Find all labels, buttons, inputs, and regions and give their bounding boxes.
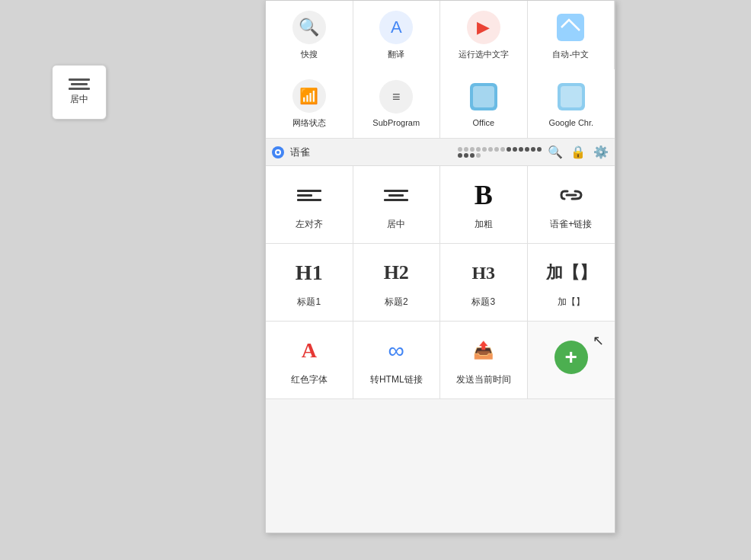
lock-toolbar-icon[interactable]: 🔒	[570, 145, 586, 159]
dot	[513, 147, 517, 152]
grid-item-translate[interactable]: A 翻译	[353, 1, 441, 69]
dot	[470, 153, 475, 158]
quick-search-label: 快搜	[301, 49, 318, 60]
dot	[470, 147, 475, 152]
cmd-bold[interactable]: B 加粗	[440, 166, 528, 244]
grid-item-quick-search[interactable]: 🔍 快搜	[266, 1, 353, 69]
svg-rect-0	[557, 14, 584, 41]
widget-icon	[69, 78, 90, 90]
dot	[464, 153, 468, 158]
office-icon	[467, 80, 500, 114]
desktop: 居中 🔍 快搜 A 翻译 ▶ 运行选中文字	[0, 0, 751, 560]
send-time-label: 发送当前时间	[456, 373, 511, 386]
widget-line-1	[69, 78, 90, 81]
dot	[488, 147, 493, 152]
grid-item-sub-program[interactable]: ≡ SubProgram	[353, 69, 441, 138]
h2-icon: H2	[384, 256, 409, 290]
browser-dots	[458, 147, 542, 158]
cmd-h1[interactable]: H1 标题1	[266, 244, 353, 322]
sub-program-icon: ≡	[379, 80, 413, 114]
cmd-align-center[interactable]: 居中	[353, 166, 441, 244]
widget-label: 居中	[70, 93, 88, 106]
dot	[494, 147, 499, 152]
svg-rect-2	[473, 86, 494, 107]
dot	[464, 147, 468, 152]
send-time-icon: 📤	[473, 334, 494, 367]
settings-toolbar-icon[interactable]: ⚙️	[593, 145, 609, 159]
brackets-icon: 加【】	[546, 256, 596, 290]
h1-icon: H1	[296, 256, 323, 290]
align-center-label: 居中	[387, 218, 405, 231]
run-chinese-label: 运行选中文字	[459, 49, 509, 60]
translate-label: 翻译	[388, 49, 404, 60]
html-link-label: 转HTML链接	[370, 373, 423, 386]
brackets-label: 加【】	[558, 296, 585, 309]
cmd-html-link[interactable]: ∞ 转HTML链接	[353, 322, 441, 399]
red-font-label: 红色字体	[291, 373, 328, 386]
grid-item-network-status[interactable]: 📶 网络状态	[266, 69, 353, 138]
bold-label: 加粗	[475, 218, 493, 231]
grid-item-run-chinese[interactable]: ▶ 运行选中文字	[440, 1, 528, 69]
cmd-add-brackets[interactable]: 加【】 加【】	[528, 244, 615, 322]
cmd-send-time[interactable]: 📤 发送当前时间	[440, 322, 528, 399]
dot	[537, 147, 542, 152]
h3-icon: H3	[471, 256, 495, 290]
run-icon: ▶	[467, 11, 500, 44]
main-panel: 🔍 快搜 A 翻译 ▶ 运行选中文字	[265, 0, 615, 533]
chrome-icon	[554, 80, 588, 114]
grid-item-office[interactable]: Office	[440, 69, 528, 138]
align-left-icon	[297, 178, 321, 212]
h2-label: 标题2	[385, 296, 408, 309]
floating-widget[interactable]: 居中	[52, 65, 107, 120]
link-icon	[557, 178, 586, 212]
dot	[519, 147, 523, 152]
search-toolbar-icon[interactable]: 🔍	[548, 145, 563, 159]
network-status-label: 网络状态	[292, 117, 326, 129]
align-center-icon	[384, 178, 408, 212]
grid-item-google-chrome[interactable]: Google Chr.	[528, 69, 615, 138]
office-label: Office	[472, 118, 494, 127]
sub-program-label: SubProgram	[372, 118, 420, 127]
network-icon: 📶	[292, 79, 326, 113]
cmd-align-left[interactable]: 左对齐	[266, 166, 353, 244]
search-icon: 🔍	[292, 11, 326, 44]
cmd-red-font[interactable]: A 红色字体	[266, 322, 353, 399]
toolbar-icons: 🔍 🔒 ⚙️	[548, 145, 609, 159]
align-left-label: 左对齐	[296, 218, 323, 231]
bottom-area	[266, 399, 615, 533]
widget-line-3	[69, 88, 90, 90]
red-font-icon: A	[302, 334, 317, 367]
browser-favicon	[272, 146, 284, 158]
dot	[482, 147, 487, 152]
top-grid: 🔍 快搜 A 翻译 ▶ 运行选中文字	[266, 1, 615, 139]
dot	[458, 147, 462, 152]
cmd-add-new[interactable]: ↖ +	[528, 322, 615, 399]
dot	[500, 147, 505, 152]
h3-label: 标题3	[471, 296, 495, 309]
chrome-label: Google Chr.	[548, 118, 593, 127]
translate-icon: A	[379, 11, 413, 44]
cmd-h3[interactable]: H3 标题3	[440, 244, 528, 322]
add-new-button[interactable]: +	[554, 341, 588, 374]
browser-toolbar: 语雀	[266, 139, 615, 166]
commands-grid: 左对齐 居中 B 加粗	[266, 166, 615, 399]
auto-chinese-icon	[554, 11, 587, 44]
dot	[507, 147, 511, 152]
browser-title: 语雀	[290, 146, 452, 159]
cmd-yuque-link[interactable]: 语雀+链接	[528, 166, 615, 244]
dot	[476, 147, 481, 152]
dot	[476, 153, 481, 158]
svg-rect-4	[561, 86, 582, 107]
dot	[458, 153, 462, 158]
widget-line-2	[71, 83, 88, 85]
h1-label: 标题1	[297, 296, 321, 309]
grid-item-auto-chinese[interactable]: 自动-中文	[528, 1, 615, 69]
dot	[531, 147, 535, 152]
yuque-link-label: 语雀+链接	[550, 218, 592, 231]
auto-chinese-label: 自动-中文	[552, 49, 589, 60]
infinite-icon: ∞	[388, 334, 404, 367]
dot	[525, 147, 529, 152]
bold-icon: B	[475, 178, 493, 212]
cursor-arrow-icon: ↖	[593, 332, 604, 349]
cmd-h2[interactable]: H2 标题2	[353, 244, 441, 322]
